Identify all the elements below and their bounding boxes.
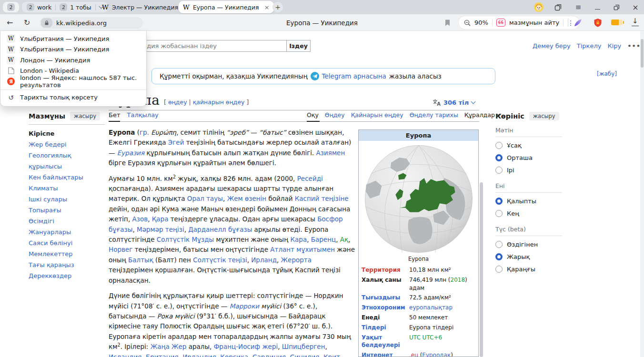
tab-talk[interactable]: Талқылау — [127, 111, 159, 119]
link[interactable]: Еуроодақ — [422, 352, 451, 357]
link[interactable]: Каспий теңізіне — [295, 195, 349, 202]
toc-item[interactable]: Кен байлықтары — [29, 172, 105, 183]
toc-item[interactable]: Жануарлары — [29, 227, 105, 238]
link[interactable]: Атлант мұхитымен — [270, 246, 335, 253]
radio-option-width-standard[interactable]: Қалыпты — [495, 195, 562, 207]
toc-item[interactable]: Топырағы — [29, 205, 105, 216]
suggestion-item[interactable]: Я london — Яндекс: нашлось 587 тыс. резу… — [0, 76, 146, 87]
toc-item[interactable]: Өсімдігі — [29, 216, 105, 227]
toc-item[interactable]: Дереккөздер — [29, 270, 105, 281]
close-window-button[interactable]: × — [631, 0, 640, 14]
link[interactable]: Жаңа Жер — [151, 343, 187, 350]
link[interactable]: еуропалықтар — [409, 304, 453, 311]
appearance-hide-button[interactable]: жасыру — [529, 112, 559, 120]
more-options-icon[interactable]: ••• — [627, 42, 641, 50]
link[interactable]: Тілдері — [362, 324, 386, 331]
radio-option-text-medium[interactable]: Орташа — [495, 151, 562, 164]
link[interactable]: Этнохороним — [362, 304, 405, 311]
toc-item[interactable]: Жер бедері — [29, 139, 105, 150]
tab-page[interactable]: Бет — [109, 111, 121, 119]
suggestion-item[interactable]: W Ұлыбритания — Уикипедия — [0, 33, 146, 44]
tab-edit-source[interactable]: Қайнарын өңдеу — [351, 111, 403, 119]
back-button[interactable]: ← — [7, 14, 13, 31]
radio-option-text-large[interactable]: Ірі — [495, 164, 562, 176]
downloads-button[interactable]: ↓ — [632, 18, 639, 26]
content-scrollbar[interactable] — [480, 182, 483, 357]
link[interactable]: Интернет үйшігі — [362, 352, 392, 357]
suggestion-item[interactable]: W Ұлыбритания — Уикипедия — [0, 44, 146, 55]
europe-globe-image[interactable] — [359, 141, 478, 255]
link[interactable]: өңдеу — [168, 99, 187, 106]
protect-button[interactable] — [594, 14, 602, 31]
link[interactable]: Франц-Иосиф жері — [214, 343, 278, 350]
minimize-button[interactable] — [593, 0, 602, 14]
tab-europa-active[interactable]: W Еуропа — Уикипедия × — [179, 1, 274, 13]
link[interactable]: Уақыт белдеулері — [362, 334, 400, 349]
close-tab-icon[interactable]: × — [264, 4, 270, 11]
link[interactable]: Корсика — [220, 353, 248, 357]
link[interactable]: Орал тауы — [187, 195, 223, 202]
suggestion-item[interactable]: W Лондон — Уикипедия — [0, 55, 146, 66]
radio-option-color-light[interactable]: Жарық — [495, 250, 562, 263]
tab-electr[interactable]: W Электр — Уикипедия — [98, 1, 182, 13]
radio-option-color-dark[interactable]: Қараңғы — [495, 263, 562, 275]
link[interactable]: Марроки — [230, 302, 259, 310]
battery-saver-icon[interactable] — [611, 20, 623, 25]
page-scrollbar-thumb[interactable] — [641, 39, 644, 68]
link[interactable]: Еуразия — [117, 149, 144, 157]
link[interactable]: Мәрмәр теңізі — [137, 226, 184, 233]
link[interactable]: Ирландия — [182, 353, 216, 357]
banner-close-link[interactable]: [жабу] — [597, 70, 617, 77]
donate-link[interactable]: Демеу беру — [533, 42, 571, 50]
link[interactable]: Сицилия — [290, 353, 320, 357]
address-bar[interactable]: kk.wikipedia.org — [40, 17, 143, 29]
link[interactable]: Крит — [323, 353, 340, 357]
tab-group-toby[interactable]: 2 1 тобы — [60, 3, 91, 11]
link[interactable]: гр. — [140, 129, 149, 136]
neuro-pen-button[interactable] — [574, 14, 583, 31]
wiki-search-button[interactable]: Іздеу — [286, 40, 311, 52]
link[interactable]: Азиямен — [316, 149, 345, 157]
link[interactable]: Сардиния — [252, 353, 286, 357]
new-tab-button[interactable]: + — [272, 2, 283, 12]
radio-option-width-wide[interactable]: Кең — [495, 207, 562, 219]
link[interactable]: Азов — [132, 215, 148, 223]
profile-avatar[interactable] — [533, 0, 544, 14]
link[interactable]: Жем өзенін — [227, 195, 266, 202]
link[interactable]: Исландия — [109, 353, 141, 357]
language-selector[interactable]: A 306 тіл — [433, 99, 475, 106]
link[interactable]: Дарданелл бұғазы — [188, 226, 252, 233]
site-permissions-chip[interactable] — [41, 18, 52, 28]
link[interactable]: Балтық — [128, 256, 153, 264]
toc-item[interactable]: Кіріспе — [29, 128, 105, 139]
telegram-channel-link[interactable]: Telegram арнасына — [322, 72, 386, 80]
toc-item[interactable]: Ішкі сулары — [29, 194, 105, 205]
link[interactable]: Тығыздығы — [362, 294, 400, 301]
link[interactable]: Солтүстік Мұзды — [157, 236, 214, 243]
toc-hide-button[interactable]: жасыру — [70, 112, 100, 120]
link[interactable]: Шпицберген — [282, 343, 325, 350]
browser-menu-button[interactable]: ≡ — [574, 0, 583, 14]
toc-item[interactable]: Климаты — [29, 183, 105, 194]
link[interactable]: Қара — [152, 215, 169, 223]
zoom-out-icon[interactable] — [464, 20, 471, 26]
link[interactable]: Норвег — [109, 246, 132, 253]
tab-group-work[interactable]: 2 work — [27, 3, 51, 11]
register-link[interactable]: Тіркелу — [577, 42, 602, 50]
toc-item[interactable]: Мемлекеттер — [29, 248, 105, 259]
radio-option-color-auto[interactable]: Өздігінен — [495, 238, 562, 250]
restore-button[interactable] — [612, 0, 621, 14]
toc-item[interactable]: Саяси бөлінуі — [29, 238, 105, 248]
link[interactable]: Эгей — [168, 139, 184, 146]
link[interactable]: Баренц — [311, 236, 336, 243]
tab-read[interactable]: Оқу — [307, 111, 319, 119]
link[interactable]: Жерорта — [281, 256, 312, 264]
link[interactable]: қайнарын өңдеу — [193, 99, 245, 106]
zoom-level[interactable]: 90% — [474, 19, 488, 26]
toc-item[interactable]: Геологиялық құрылысы — [29, 150, 105, 172]
tab-history[interactable]: Өңделу тарихы — [410, 111, 458, 119]
link[interactable]: Ирланд — [251, 256, 277, 264]
link[interactable]: Ресейді — [297, 175, 323, 182]
bookmark-button[interactable] — [444, 14, 451, 31]
refresh-button[interactable]: ↻ — [24, 14, 30, 31]
